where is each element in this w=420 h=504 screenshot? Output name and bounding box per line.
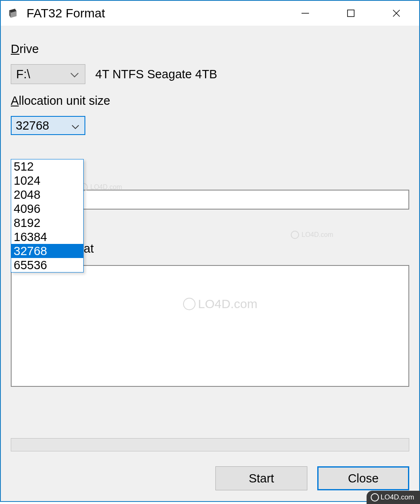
watermark: LO4D.com (291, 231, 333, 239)
button-row: Start Close (215, 466, 409, 490)
titlebar: FAT32 Format (1, 1, 419, 26)
site-badge-text: LO4D.com (381, 493, 414, 502)
allocation-dropdown-list[interactable]: 5121024204840968192163843276865536 (11, 159, 84, 272)
close-button-label: Close (348, 472, 379, 485)
drive-row: F:\ 4T NTFS Seagate 4TB (11, 64, 409, 84)
allocation-select[interactable]: 32768 (11, 116, 85, 135)
drive-description: 4T NTFS Seagate 4TB (95, 68, 217, 81)
window-controls (282, 1, 419, 26)
window-title: FAT32 Format (27, 6, 105, 20)
start-button-label: Start (249, 472, 274, 485)
drive-select-value: F:\ (16, 68, 30, 81)
allocation-label: Allocation unit size (11, 94, 409, 108)
allocation-option[interactable]: 8192 (11, 216, 83, 230)
allocation-section: Allocation unit size 32768 (11, 94, 409, 135)
progress-bar (11, 438, 409, 451)
allocation-option[interactable]: 4096 (11, 202, 83, 216)
allocation-option[interactable]: 65536 (11, 258, 83, 272)
allocation-option[interactable]: 16384 (11, 230, 83, 244)
close-button[interactable]: Close (317, 466, 409, 490)
minimize-button[interactable] (282, 1, 328, 26)
app-icon (7, 7, 19, 19)
allocation-option[interactable]: 512 (11, 159, 83, 174)
chevron-down-icon (71, 119, 80, 133)
chevron-down-icon (70, 68, 79, 81)
svg-rect-4 (348, 10, 354, 17)
drive-select[interactable]: F:\ (11, 64, 85, 84)
app-window: FAT32 Format Drive F:\ 4T NTFS Seagate 4… (0, 0, 420, 502)
close-window-button[interactable] (374, 1, 419, 26)
maximize-button[interactable] (328, 1, 374, 26)
allocation-option[interactable]: 32768 (11, 244, 83, 258)
allocation-option[interactable]: 1024 (11, 174, 83, 188)
drive-label: Drive (11, 42, 409, 56)
output-textarea[interactable] (11, 265, 409, 387)
content-area: Drive F:\ 4T NTFS Seagate 4TB Allocation… (1, 26, 419, 501)
start-button[interactable]: Start (215, 466, 307, 490)
allocation-option[interactable]: 2048 (11, 188, 83, 202)
allocation-select-value: 32768 (16, 119, 49, 133)
quick-format-label-fragment: at (84, 242, 94, 256)
site-badge: LO4D.com (367, 491, 420, 504)
